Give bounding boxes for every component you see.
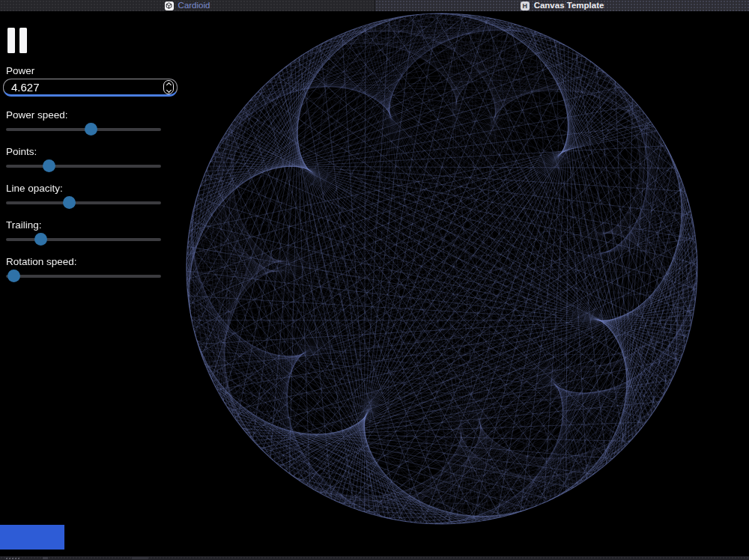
pause-button[interactable] <box>7 28 27 53</box>
trailing-slider[interactable] <box>6 233 161 246</box>
h-icon: H <box>521 1 530 10</box>
controls-panel: Power 4.627 Power speed: Points: Line op… <box>0 11 184 282</box>
trailing-label: Trailing: <box>6 219 184 231</box>
line-opacity-label: Line opacity: <box>6 183 184 194</box>
bottom-bar-dots-icon <box>6 558 7 559</box>
tab-cardioid[interactable]: Cardioid <box>0 0 374 11</box>
tab-canvas-template-label: Canvas Template <box>534 0 604 11</box>
line-opacity-group: Line opacity: <box>0 183 184 209</box>
browser-window: Cardioid H Canvas Template Power 4.627 <box>0 0 749 560</box>
rotation-speed-group: Rotation speed: <box>0 256 184 282</box>
trailing-group: Trailing: <box>0 219 184 246</box>
chevron-down-icon <box>166 87 171 92</box>
tab-cardioid-label: Cardioid <box>178 0 210 11</box>
tab-canvas-template[interactable]: H Canvas Template <box>374 0 749 11</box>
power-input[interactable]: 4.627 <box>3 79 178 97</box>
rotation-speed-slider[interactable] <box>6 270 161 282</box>
points-slider[interactable] <box>6 159 161 172</box>
power-value: 4.627 <box>4 81 40 94</box>
bottom-bar-tick <box>43 557 48 559</box>
tab-bar: Cardioid H Canvas Template <box>0 0 749 11</box>
stepper-icon[interactable] <box>163 80 174 94</box>
rotation-speed-label: Rotation speed: <box>6 256 184 267</box>
power-label: Power <box>6 65 184 76</box>
line-opacity-slider[interactable] <box>6 196 161 209</box>
cube-icon <box>165 1 174 10</box>
pause-bar-left <box>7 28 15 53</box>
pause-bar-right <box>19 28 27 53</box>
points-label: Points: <box>6 146 184 157</box>
power-speed-group: Power speed: <box>0 109 184 136</box>
bottom-bar-tick <box>132 557 148 559</box>
page-content: Power 4.627 Power speed: Points: Line op… <box>0 11 749 560</box>
power-speed-label: Power speed: <box>6 109 184 121</box>
bottom-bar <box>0 556 749 560</box>
bottom-left-blue-panel <box>0 525 64 550</box>
power-speed-slider[interactable] <box>6 123 161 136</box>
points-group: Points: <box>0 146 184 172</box>
